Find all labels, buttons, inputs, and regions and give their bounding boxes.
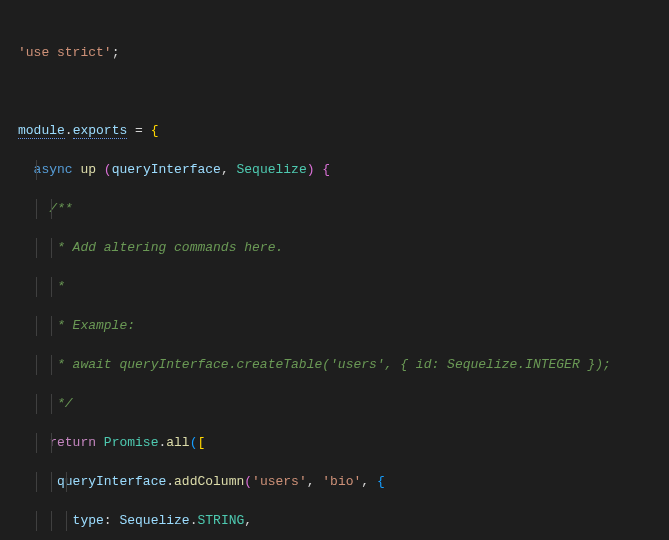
code-line: type: Sequelize.STRING,	[0, 511, 669, 531]
code-line: return Promise.all([	[0, 433, 669, 453]
keyword-async: async	[34, 162, 73, 177]
code-line: */	[0, 394, 669, 414]
code-line: async up (queryInterface, Sequelize) {	[0, 160, 669, 180]
code-line: module.exports = {	[0, 121, 669, 141]
keyword-return: return	[49, 435, 96, 450]
code-editor[interactable]: 'use strict'; module.exports = { async u…	[0, 4, 669, 540]
comment-token: /**	[49, 201, 72, 216]
code-line: * await queryInterface.createTable('user…	[0, 355, 669, 375]
module-ident: module	[18, 123, 65, 139]
brace-open: {	[151, 123, 159, 138]
function-name: up	[80, 162, 96, 177]
code-line: *	[0, 277, 669, 297]
code-line: * Add altering commands here.	[0, 238, 669, 258]
code-line: * Example:	[0, 316, 669, 336]
code-line: 'use strict';	[0, 43, 669, 63]
string-token: 'use strict'	[18, 45, 112, 60]
code-line	[0, 82, 669, 102]
code-line: queryInterface.addColumn('users', 'bio',…	[0, 472, 669, 492]
code-line: /**	[0, 199, 669, 219]
